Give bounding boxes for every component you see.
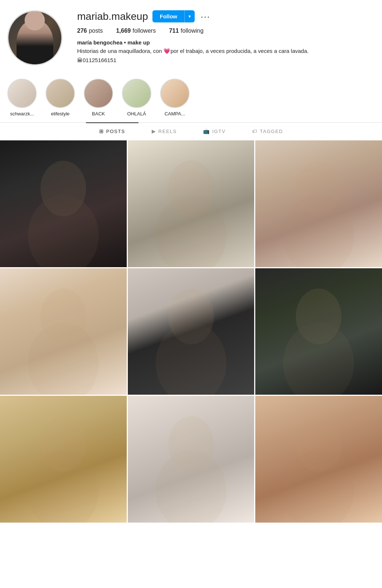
followers-label: followers (133, 28, 156, 34)
tab-igtv[interactable]: 📺 IGTV (190, 122, 239, 139)
tab-tagged[interactable]: 🏷 TAGGED (239, 122, 296, 139)
following-label: following (181, 28, 203, 34)
tab-icon-igtv: 📺 (203, 128, 210, 134)
tab-label-igtv: IGTV (212, 129, 226, 134)
svg-point-13 (28, 451, 99, 523)
highlight-circle-5 (160, 79, 190, 108)
bio-name: maría bengochea • make up (77, 39, 375, 46)
highlight-item-3[interactable]: BACK (84, 79, 113, 116)
posts-stat[interactable]: 276 posts (77, 28, 103, 34)
svg-point-17 (283, 451, 354, 523)
highlight-label-3: BACK (92, 111, 105, 116)
followers-count: 1,669 (116, 28, 131, 34)
table-row[interactable] (128, 268, 255, 395)
avatar-container (7, 10, 62, 65)
highlight-label-2: elifestyle (51, 111, 70, 116)
post-image-1 (0, 140, 127, 267)
profile-info: mariab.makeup Follow ▾ ··· 276 posts 1,6… (77, 10, 375, 63)
highlight-item-1[interactable]: schwarzk... (7, 79, 37, 116)
username: mariab.makeup (77, 11, 148, 22)
svg-point-7 (28, 323, 99, 395)
svg-point-9 (155, 323, 226, 395)
svg-point-5 (283, 195, 354, 267)
svg-point-15 (155, 451, 226, 523)
highlight-item-4[interactable]: OHLALÁ (122, 79, 151, 116)
table-row[interactable] (255, 268, 382, 395)
svg-point-3 (155, 195, 226, 267)
following-stat[interactable]: 711 following (169, 28, 203, 34)
tab-label-posts: POSTS (106, 129, 125, 134)
profile-top-row: mariab.makeup Follow ▾ ··· (77, 10, 375, 22)
posts-grid (0, 139, 382, 524)
post-image-7 (0, 396, 127, 523)
posts-count: 276 (77, 28, 87, 34)
table-row[interactable] (0, 268, 127, 395)
followers-stat[interactable]: 1,669 followers (116, 28, 156, 34)
follow-group: Follow ▾ (152, 10, 195, 22)
following-count: 711 (169, 28, 179, 34)
posts-label: posts (89, 28, 103, 34)
stats-row: 276 posts 1,669 followers 711 following (77, 28, 375, 34)
more-options-button[interactable]: ··· (199, 11, 212, 22)
tabs-section: ⊞ POSTS ▶ REELS 📺 IGTV 🏷 TAGGED (0, 122, 382, 139)
post-image-8 (128, 396, 255, 523)
tab-icon-reels: ▶ (152, 128, 156, 134)
post-image-2 (128, 140, 255, 267)
table-row[interactable] (255, 140, 382, 267)
highlight-label-1: schwarzk... (10, 111, 34, 116)
highlight-circle-1 (7, 79, 37, 108)
tab-icon-posts: ⊞ (99, 128, 104, 134)
table-row[interactable] (128, 396, 255, 523)
highlight-circle-3 (84, 79, 113, 108)
post-image-5 (128, 268, 255, 395)
highlight-circle-2 (46, 79, 75, 108)
highlight-label-4: OHLALÁ (127, 111, 146, 116)
highlight-item-5[interactable]: CAMPA... (160, 79, 190, 116)
table-row[interactable] (128, 140, 255, 267)
tab-reels[interactable]: ▶ REELS (138, 122, 190, 139)
svg-point-1 (28, 195, 99, 267)
table-row[interactable] (0, 140, 127, 267)
highlight-item-2[interactable]: elifestyle (46, 79, 75, 116)
highlights-section: schwarzk... elifestyle BACK OHLALÁ CAMPA… (0, 73, 382, 122)
post-image-4 (0, 268, 127, 395)
follow-dropdown-button[interactable]: ▾ (184, 10, 195, 22)
post-image-6 (255, 268, 382, 395)
follow-button[interactable]: Follow (152, 10, 185, 22)
bio-section: maría bengochea • make up Historias de u… (77, 39, 375, 63)
post-image-3 (255, 140, 382, 267)
tab-icon-tagged: 🏷 (252, 128, 258, 134)
tab-label-reels: REELS (158, 129, 177, 134)
bio-text: Historias de una maquilladora, con 💗por … (77, 47, 375, 55)
table-row[interactable] (255, 396, 382, 523)
bio-link[interactable]: 🏛01125166151 (77, 57, 375, 63)
profile-section: mariab.makeup Follow ▾ ··· 276 posts 1,6… (0, 0, 382, 73)
highlight-label-5: CAMPA... (165, 111, 185, 116)
svg-point-11 (283, 323, 354, 395)
table-row[interactable] (0, 396, 127, 523)
post-image-9 (255, 396, 382, 523)
tab-posts[interactable]: ⊞ POSTS (86, 122, 138, 139)
highlight-circle-4 (122, 79, 151, 108)
avatar (7, 10, 62, 65)
tab-label-tagged: TAGGED (260, 129, 283, 134)
